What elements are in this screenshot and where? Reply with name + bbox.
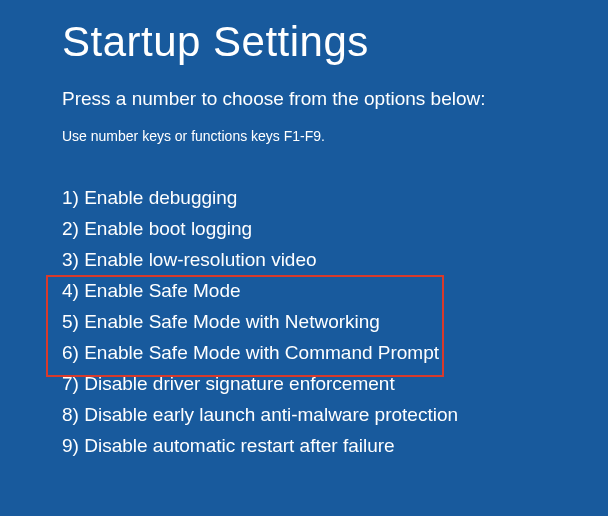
option-label: Disable early launch anti-malware protec…: [84, 404, 458, 425]
option-item-2[interactable]: 2) Enable boot logging: [62, 213, 546, 244]
option-num: 8: [62, 404, 73, 425]
option-label: Enable low-resolution video: [84, 249, 316, 270]
option-label: Enable debugging: [84, 187, 237, 208]
instruction-text: Press a number to choose from the option…: [62, 88, 546, 110]
option-label: Enable Safe Mode with Command Prompt: [84, 342, 439, 363]
option-item-6[interactable]: 6) Enable Safe Mode with Command Prompt: [62, 337, 546, 368]
option-label: Disable driver signature enforcement: [84, 373, 395, 394]
option-item-1[interactable]: 1) Enable debugging: [62, 182, 546, 213]
page-title: Startup Settings: [62, 18, 546, 66]
option-label: Enable Safe Mode: [84, 280, 240, 301]
option-num: 9: [62, 435, 73, 456]
option-num: 7: [62, 373, 73, 394]
option-item-7[interactable]: 7) Disable driver signature enforcement: [62, 368, 546, 399]
option-num: 6: [62, 342, 73, 363]
option-num: 5: [62, 311, 73, 332]
option-item-5[interactable]: 5) Enable Safe Mode with Networking: [62, 306, 546, 337]
option-label: Enable Safe Mode with Networking: [84, 311, 380, 332]
option-num: 1: [62, 187, 73, 208]
option-label: Disable automatic restart after failure: [84, 435, 394, 456]
option-item-4[interactable]: 4) Enable Safe Mode: [62, 275, 546, 306]
startup-settings-screen: Startup Settings Press a number to choos…: [0, 0, 608, 461]
option-item-8[interactable]: 8) Disable early launch anti-malware pro…: [62, 399, 546, 430]
option-item-3[interactable]: 3) Enable low-resolution video: [62, 244, 546, 275]
option-label: Enable boot logging: [84, 218, 252, 239]
option-num: 3: [62, 249, 73, 270]
option-item-9[interactable]: 9) Disable automatic restart after failu…: [62, 430, 546, 461]
options-list: 1) Enable debugging 2) Enable boot loggi…: [62, 182, 546, 461]
option-num: 2: [62, 218, 73, 239]
option-num: 4: [62, 280, 73, 301]
subinstruction-text: Use number keys or functions keys F1-F9.: [62, 128, 546, 144]
